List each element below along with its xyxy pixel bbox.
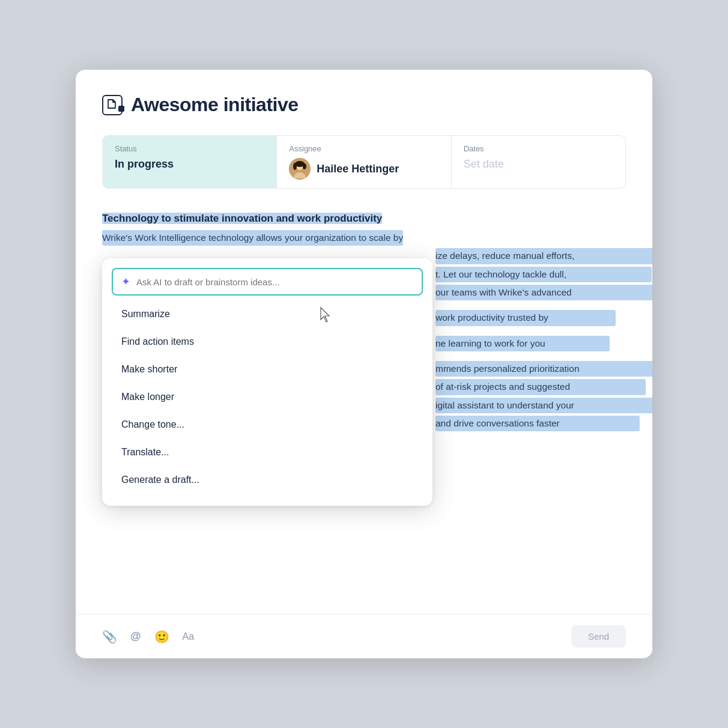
section4-t3: igital assistant to understand your — [435, 398, 652, 413]
ai-menu-make-longer[interactable]: Make longer — [112, 383, 423, 411]
assignee-name: Hailee Hettinger — [317, 163, 399, 175]
title-row: Awesome initiative — [102, 94, 626, 116]
dates-label: Dates — [464, 144, 613, 153]
emoji-icon[interactable]: 🙂 — [154, 629, 169, 644]
document-icon — [102, 95, 123, 115]
para1-r2: t. Let our technology tackle dull, — [435, 267, 652, 282]
section4-t2: of at-risk projects and suggested — [435, 379, 646, 395]
ai-menu-translate[interactable]: Translate... — [112, 438, 423, 466]
para1-r3: our teams with Wrike's advanced — [435, 285, 652, 300]
ai-menu-summarize[interactable]: Summarize — [112, 300, 423, 328]
ai-popup: ✦ Summarize Find action items Make short… — [102, 258, 432, 506]
section3-text: ne learning to work for you — [435, 336, 610, 351]
dates-cell[interactable]: Dates Set date — [452, 136, 625, 188]
mention-icon[interactable]: @ — [130, 630, 141, 643]
meta-row: Status In progress Assignee — [102, 135, 626, 189]
attachment-icon[interactable]: 📎 — [102, 629, 117, 644]
ai-input-wrapper[interactable]: ✦ — [112, 268, 423, 296]
ai-menu-action-items[interactable]: Find action items — [112, 328, 423, 356]
svg-point-4 — [293, 163, 297, 170]
bottom-toolbar: 📎 @ 🙂 Aa Send — [76, 614, 652, 658]
section4-t1: mmends personalized prioritization — [435, 361, 652, 377]
ai-menu-generate-draft[interactable]: Generate a draft... — [112, 466, 423, 494]
format-icon[interactable]: Aa — [183, 631, 195, 642]
svg-point-5 — [303, 163, 306, 169]
content-heading-row: Technology to stimulate innovation and w… — [102, 210, 626, 228]
content-heading: Technology to stimulate innovation and w… — [102, 213, 382, 224]
assignee-label: Assignee — [289, 144, 438, 153]
ai-menu-change-tone[interactable]: Change tone... — [112, 411, 423, 438]
status-label: Status — [115, 144, 264, 153]
para1-r1: ize delays, reduce manual efforts, — [435, 248, 652, 264]
ai-search-input[interactable] — [136, 277, 413, 287]
sparkle-icon: ✦ — [121, 275, 130, 288]
status-value: In progress — [115, 158, 264, 171]
dates-value: Set date — [464, 158, 613, 171]
assignee-cell[interactable]: Assignee Hailee Hettinger — [277, 136, 451, 188]
assignee-row: Hailee Hettinger — [289, 158, 438, 180]
status-cell[interactable]: Status In progress — [103, 136, 277, 188]
section2-text: work productivity trusted by — [435, 310, 616, 326]
main-window: Awesome initiative Status In progress As… — [76, 70, 652, 658]
send-button[interactable]: Send — [571, 625, 626, 648]
content-area: Technology to stimulate innovation and w… — [102, 210, 626, 431]
para1-row: Wrike's Work Intelligence technology all… — [102, 230, 626, 246]
ai-menu-make-shorter[interactable]: Make shorter — [112, 356, 423, 383]
para1-left: Wrike's Work Intelligence technology all… — [102, 230, 403, 246]
section4-t4: and drive conversations faster — [435, 416, 640, 431]
avatar — [289, 158, 311, 180]
page-title: Awesome initiative — [131, 94, 299, 116]
